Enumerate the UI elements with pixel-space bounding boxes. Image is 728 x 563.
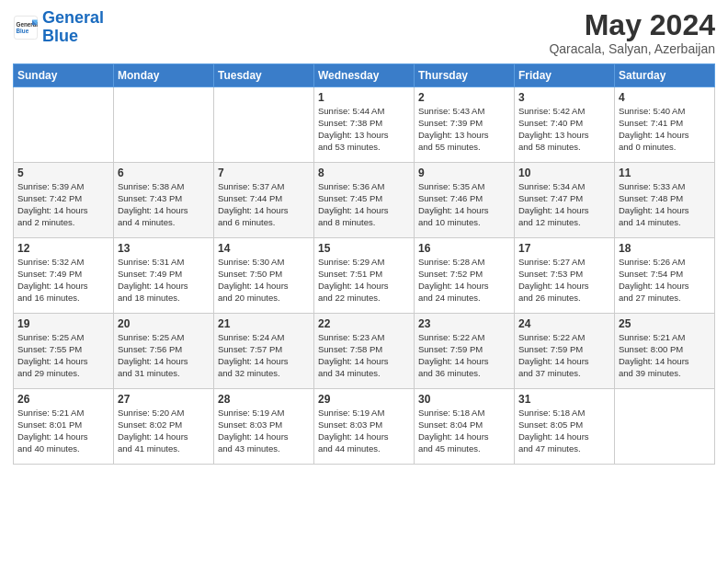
calendar-cell: 9Sunrise: 5:35 AM Sunset: 7:46 PM Daylig… [415,163,515,238]
week-row-5: 26Sunrise: 5:21 AM Sunset: 8:01 PM Dayli… [14,389,715,465]
day-info: Sunrise: 5:42 AM Sunset: 7:40 PM Dayligh… [518,106,610,153]
calendar-cell: 2Sunrise: 5:43 AM Sunset: 7:39 PM Daylig… [415,87,515,163]
day-number: 23 [418,317,510,330]
day-number: 14 [218,242,310,255]
calendar-cell: 4Sunrise: 5:40 AM Sunset: 7:41 PM Daylig… [615,87,715,163]
calendar-cell: 15Sunrise: 5:29 AM Sunset: 7:51 PM Dayli… [314,238,415,314]
day-info: Sunrise: 5:35 AM Sunset: 7:46 PM Dayligh… [418,181,510,228]
header: General Blue GeneralBlue May 2024 Qaraca… [13,9,715,56]
day-info: Sunrise: 5:22 AM Sunset: 7:59 PM Dayligh… [418,332,510,379]
week-row-1: 1Sunrise: 5:44 AM Sunset: 7:38 PM Daylig… [14,87,715,163]
calendar-cell [615,389,715,465]
day-number: 20 [118,317,210,330]
calendar-cell: 6Sunrise: 5:38 AM Sunset: 7:43 PM Daylig… [114,163,214,238]
day-info: Sunrise: 5:28 AM Sunset: 7:52 PM Dayligh… [418,257,510,304]
calendar-cell: 14Sunrise: 5:30 AM Sunset: 7:50 PM Dayli… [214,238,314,314]
day-info: Sunrise: 5:34 AM Sunset: 7:47 PM Dayligh… [518,181,610,228]
day-number: 24 [518,317,610,330]
calendar-cell [214,87,314,163]
day-info: Sunrise: 5:21 AM Sunset: 8:01 PM Dayligh… [17,408,109,454]
day-info: Sunrise: 5:32 AM Sunset: 7:49 PM Dayligh… [17,257,109,304]
day-number: 17 [518,242,610,255]
calendar-cell: 20Sunrise: 5:25 AM Sunset: 7:56 PM Dayli… [114,314,214,389]
day-info: Sunrise: 5:22 AM Sunset: 7:59 PM Dayligh… [518,332,610,379]
day-number: 30 [418,393,510,406]
day-number: 12 [17,242,109,255]
day-info: Sunrise: 5:19 AM Sunset: 8:03 PM Dayligh… [218,408,310,454]
day-number: 19 [17,317,109,330]
day-number: 4 [619,91,711,104]
day-info: Sunrise: 5:26 AM Sunset: 7:54 PM Dayligh… [619,257,711,304]
day-number: 7 [218,167,310,179]
calendar-cell: 3Sunrise: 5:42 AM Sunset: 7:40 PM Daylig… [515,87,615,163]
calendar-cell: 23Sunrise: 5:22 AM Sunset: 7:59 PM Dayli… [415,314,515,389]
day-number: 9 [418,167,510,179]
day-info: Sunrise: 5:19 AM Sunset: 8:03 PM Dayligh… [318,408,410,454]
day-info: Sunrise: 5:27 AM Sunset: 7:53 PM Dayligh… [518,257,610,304]
day-number: 16 [418,242,510,255]
calendar-cell: 24Sunrise: 5:22 AM Sunset: 7:59 PM Dayli… [515,314,615,389]
page-container: General Blue GeneralBlue May 2024 Qaraca… [0,0,728,474]
calendar-cell: 11Sunrise: 5:33 AM Sunset: 7:48 PM Dayli… [615,163,715,238]
calendar-cell: 7Sunrise: 5:37 AM Sunset: 7:44 PM Daylig… [214,163,314,238]
day-info: Sunrise: 5:36 AM Sunset: 7:45 PM Dayligh… [318,181,410,228]
calendar-cell [14,87,114,163]
calendar-cell: 10Sunrise: 5:34 AM Sunset: 7:47 PM Dayli… [515,163,615,238]
day-number: 11 [619,167,711,179]
col-monday: Monday [114,64,214,87]
calendar-cell: 19Sunrise: 5:25 AM Sunset: 7:55 PM Dayli… [14,314,114,389]
col-thursday: Thursday [415,64,515,87]
col-friday: Friday [515,64,615,87]
day-number: 10 [518,167,610,179]
calendar-cell [114,87,214,163]
day-number: 18 [619,242,711,255]
day-info: Sunrise: 5:23 AM Sunset: 7:58 PM Dayligh… [318,332,410,379]
day-number: 3 [518,91,610,104]
day-number: 29 [318,393,410,406]
day-number: 28 [218,393,310,406]
day-info: Sunrise: 5:38 AM Sunset: 7:43 PM Dayligh… [118,181,210,228]
day-info: Sunrise: 5:29 AM Sunset: 7:51 PM Dayligh… [318,257,410,304]
calendar-cell: 5Sunrise: 5:39 AM Sunset: 7:42 PM Daylig… [14,163,114,238]
day-number: 2 [418,91,510,104]
day-info: Sunrise: 5:37 AM Sunset: 7:44 PM Dayligh… [218,181,310,228]
calendar-cell: 29Sunrise: 5:19 AM Sunset: 8:03 PM Dayli… [314,389,415,465]
calendar-cell: 1Sunrise: 5:44 AM Sunset: 7:38 PM Daylig… [314,87,415,163]
calendar-table: Sunday Monday Tuesday Wednesday Thursday… [13,63,715,465]
month-title: May 2024 [549,9,715,41]
day-info: Sunrise: 5:33 AM Sunset: 7:48 PM Dayligh… [619,181,711,228]
calendar-cell: 26Sunrise: 5:21 AM Sunset: 8:01 PM Dayli… [14,389,114,465]
calendar-cell: 30Sunrise: 5:18 AM Sunset: 8:04 PM Dayli… [415,389,515,465]
week-row-2: 5Sunrise: 5:39 AM Sunset: 7:42 PM Daylig… [14,163,715,238]
calendar-cell: 25Sunrise: 5:21 AM Sunset: 8:00 PM Dayli… [615,314,715,389]
day-number: 26 [17,393,109,406]
day-info: Sunrise: 5:25 AM Sunset: 7:55 PM Dayligh… [17,332,109,379]
day-info: Sunrise: 5:18 AM Sunset: 8:04 PM Dayligh… [418,408,510,454]
day-info: Sunrise: 5:40 AM Sunset: 7:41 PM Dayligh… [619,106,711,153]
calendar-cell: 17Sunrise: 5:27 AM Sunset: 7:53 PM Dayli… [515,238,615,314]
day-info: Sunrise: 5:30 AM Sunset: 7:50 PM Dayligh… [218,257,310,304]
calendar-cell: 22Sunrise: 5:23 AM Sunset: 7:58 PM Dayli… [314,314,415,389]
calendar-cell: 27Sunrise: 5:20 AM Sunset: 8:02 PM Dayli… [114,389,214,465]
day-number: 13 [118,242,210,255]
day-number: 25 [619,317,711,330]
logo-icon: General Blue [13,15,39,40]
svg-text:Blue: Blue [17,28,29,34]
day-number: 1 [318,91,410,104]
day-info: Sunrise: 5:43 AM Sunset: 7:39 PM Dayligh… [418,106,510,153]
col-tuesday: Tuesday [214,64,314,87]
logo-text: GeneralBlue [42,9,104,46]
day-number: 31 [518,393,610,406]
col-sunday: Sunday [14,64,114,87]
calendar-cell: 12Sunrise: 5:32 AM Sunset: 7:49 PM Dayli… [14,238,114,314]
day-number: 8 [318,167,410,179]
day-info: Sunrise: 5:44 AM Sunset: 7:38 PM Dayligh… [318,106,410,153]
day-number: 22 [318,317,410,330]
col-wednesday: Wednesday [314,64,415,87]
header-row: Sunday Monday Tuesday Wednesday Thursday… [14,64,715,87]
day-info: Sunrise: 5:20 AM Sunset: 8:02 PM Dayligh… [118,408,210,454]
week-row-4: 19Sunrise: 5:25 AM Sunset: 7:55 PM Dayli… [14,314,715,389]
day-number: 5 [17,167,109,179]
day-number: 21 [218,317,310,330]
col-saturday: Saturday [615,64,715,87]
